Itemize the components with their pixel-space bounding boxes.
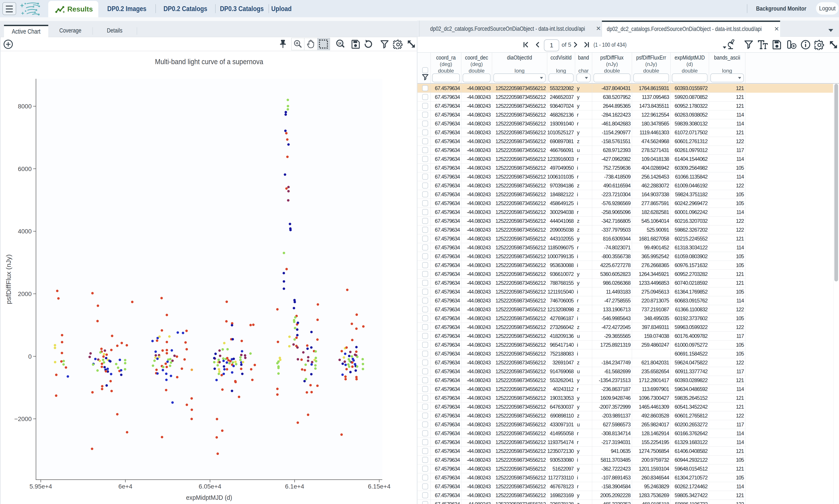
svg-text:2000: 2000 [18,290,32,298]
svg-text:expMidptMJD (d): expMidptMJD (d) [186,494,232,501]
svg-text:6.05e+4: 6.05e+4 [199,483,221,490]
svg-text:8000: 8000 [18,103,32,110]
svg-text:6e+4: 6e+4 [119,483,133,490]
svg-text:psfDiffFlux (nJy): psfDiffFlux (nJy) [5,254,12,304]
svg-text:0: 0 [28,353,32,360]
svg-text:6.15e+4: 6.15e+4 [368,483,390,490]
svg-text:1X: 1X [338,41,342,45]
svg-text:−2000: −2000 [14,415,32,422]
svg-text:4000: 4000 [18,228,32,235]
svg-text:5.95e+4: 5.95e+4 [30,483,52,490]
svg-text:6000: 6000 [18,165,32,172]
svg-text:6.1e+4: 6.1e+4 [285,483,304,490]
svg-text:Multi-band light curve of a su: Multi-band light curve of a supernova [155,57,263,66]
